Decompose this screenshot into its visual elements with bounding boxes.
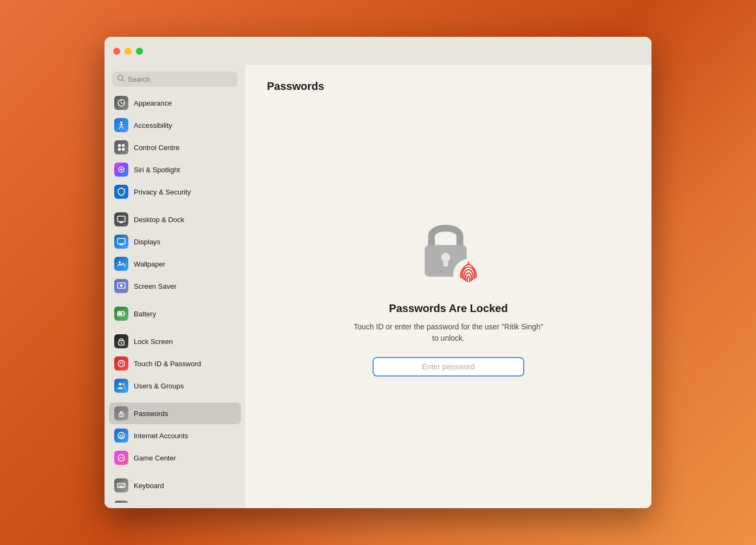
- svg-rect-4: [118, 144, 121, 147]
- svg-rect-16: [119, 313, 122, 315]
- users-groups-icon: [114, 379, 128, 393]
- sidebar-item-label-control-centre: Control Centre: [134, 144, 180, 152]
- sidebar-item-label-lock-screen: Lock Screen: [134, 338, 173, 346]
- sidebar-item-label-passwords: Passwords: [134, 410, 168, 418]
- title-bar: [105, 37, 651, 65]
- sidebar-item-touch-id[interactable]: Touch ID & Password: [109, 353, 241, 374]
- displays-icon: [114, 235, 128, 249]
- lock-icon-wrapper: [413, 219, 484, 289]
- svg-rect-34: [444, 259, 448, 267]
- sidebar-item-label-appearance: Appearance: [134, 99, 172, 107]
- sidebar-item-label-touch-id: Touch ID & Password: [134, 360, 201, 368]
- svg-line-1: [122, 80, 124, 81]
- main-panel: Passwords: [245, 65, 651, 508]
- trackpad-icon: [114, 501, 128, 503]
- desktop-icon: [114, 212, 128, 226]
- screen-saver-icon: [114, 279, 128, 293]
- sidebar-item-label-siri: Siri & Spotlight: [134, 166, 180, 174]
- internet-accounts-icon: @: [114, 429, 128, 443]
- svg-rect-5: [122, 144, 125, 147]
- sidebar-item-desktop[interactable]: Desktop & Dock: [109, 209, 241, 230]
- sidebar-item-label-keyboard: Keyboard: [134, 482, 164, 490]
- locked-container: Passwords Are Locked Touch ID or enter t…: [267, 109, 630, 486]
- passwords-icon: [114, 406, 128, 420]
- sidebar-item-displays[interactable]: Displays: [109, 231, 241, 252]
- svg-point-9: [120, 168, 122, 171]
- svg-point-27: [120, 457, 121, 458]
- svg-point-28: [122, 457, 123, 458]
- search-icon: [118, 75, 125, 83]
- sidebar-item-passwords[interactable]: Passwords: [109, 403, 241, 424]
- locked-subtitle: Touch ID or enter the password for the u…: [351, 321, 546, 344]
- minimize-button[interactable]: [125, 48, 132, 55]
- sidebar-item-label-screen-saver: Screen Saver: [134, 282, 177, 290]
- sidebar-item-appearance[interactable]: Appearance: [109, 92, 241, 114]
- svg-rect-11: [118, 238, 125, 244]
- sidebar-item-label-users-groups: Users & Groups: [134, 382, 184, 390]
- sidebar-item-privacy[interactable]: Privacy & Security: [109, 181, 241, 203]
- lock-screen-icon: [114, 334, 128, 348]
- touch-id-icon: [114, 356, 128, 371]
- sidebar-item-internet-accounts[interactable]: @Internet Accounts: [109, 425, 241, 446]
- close-button[interactable]: [113, 48, 120, 55]
- sidebar-item-label-displays: Displays: [134, 238, 160, 246]
- svg-rect-10: [118, 216, 125, 222]
- svg-point-21: [122, 383, 125, 385]
- sidebar-item-label-desktop: Desktop & Dock: [134, 216, 184, 224]
- sidebar-item-label-wallpaper: Wallpaper: [134, 260, 165, 268]
- sidebar-item-game-center[interactable]: Game Center: [109, 447, 241, 469]
- sidebar-item-accessibility[interactable]: Accessibility: [109, 114, 241, 136]
- siri-icon: [114, 163, 128, 177]
- svg-point-14: [120, 284, 123, 287]
- appearance-icon: [114, 96, 128, 110]
- svg-text:@: @: [119, 433, 124, 439]
- sidebar-item-users-groups[interactable]: Users & Groups: [109, 375, 241, 397]
- sidebar-item-siri[interactable]: Siri & Spotlight: [109, 159, 241, 180]
- keyboard-icon: [114, 478, 128, 492]
- password-input-wrapper: [373, 357, 524, 377]
- search-bar[interactable]: [112, 72, 238, 87]
- page-title: Passwords: [267, 80, 630, 93]
- sidebar-item-lock-screen[interactable]: Lock Screen: [109, 330, 241, 352]
- svg-point-18: [121, 342, 122, 344]
- search-input[interactable]: [128, 75, 232, 83]
- svg-point-19: [118, 360, 125, 367]
- sidebar-item-label-internet-accounts: Internet Accounts: [134, 432, 188, 440]
- sidebar-item-label-accessibility: Accessibility: [134, 121, 172, 129]
- sidebar-item-control-centre[interactable]: Control Centre: [109, 137, 241, 158]
- sidebar-item-trackpad[interactable]: Trackpad: [109, 497, 241, 503]
- sidebar-item-label-game-center: Game Center: [134, 454, 176, 462]
- game-center-icon: [114, 451, 128, 465]
- sidebar-list: AppearanceAccessibilityControl CentreSir…: [105, 92, 245, 503]
- svg-point-23: [121, 414, 122, 416]
- sidebar-item-battery[interactable]: Battery: [109, 303, 241, 325]
- sidebar-item-label-battery: Battery: [134, 310, 156, 318]
- sidebar-item-wallpaper[interactable]: Wallpaper: [109, 253, 241, 275]
- sidebar: AppearanceAccessibilityControl CentreSir…: [105, 65, 245, 508]
- control-centre-icon: [114, 140, 128, 154]
- password-input[interactable]: [373, 357, 524, 377]
- window-content: AppearanceAccessibilityControl CentreSir…: [105, 65, 651, 508]
- privacy-icon: [114, 185, 128, 199]
- maximize-button[interactable]: [136, 48, 143, 55]
- sidebar-item-screen-saver[interactable]: Screen Saver: [109, 275, 241, 297]
- main-window: AppearanceAccessibilityControl CentreSir…: [105, 37, 651, 508]
- wallpaper-icon: [114, 257, 128, 271]
- svg-rect-7: [122, 148, 125, 151]
- traffic-lights: [113, 48, 143, 55]
- svg-rect-6: [118, 148, 121, 151]
- svg-point-26: [118, 455, 125, 461]
- svg-point-20: [119, 383, 122, 386]
- locked-title: Passwords Are Locked: [389, 302, 507, 315]
- sidebar-item-label-privacy: Privacy & Security: [134, 188, 191, 196]
- accessibility-icon: [114, 118, 128, 132]
- sidebar-item-keyboard[interactable]: Keyboard: [109, 475, 241, 496]
- svg-point-12: [119, 261, 121, 263]
- battery-icon: [114, 307, 128, 321]
- fingerprint-icon: [453, 259, 484, 289]
